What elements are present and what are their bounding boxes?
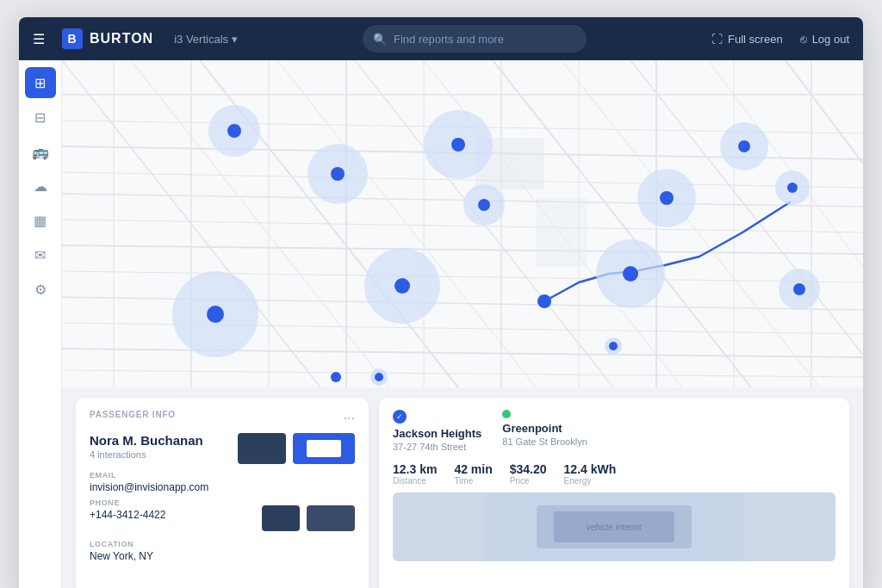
sidebar-item-analytics[interactable]: ⊟	[25, 102, 56, 133]
svg-point-39	[331, 167, 345, 181]
passenger-interactions: 4 interactions	[90, 449, 203, 460]
route-stats: 12.3 km Distance 42 min Time $34.20 Pric…	[393, 462, 835, 486]
logo: B BURTON	[62, 28, 153, 49]
map-icon: ▦	[34, 213, 47, 229]
passenger-card: PASSENGER INFO ··· Nora M. Buchanan 4 in…	[76, 398, 369, 588]
route-to: Greenpoint 81 Gate St Brooklyn	[502, 410, 587, 452]
energy-value: 12.4 kWh	[564, 462, 617, 476]
to-dot-icon	[502, 410, 511, 418]
svg-point-43	[478, 199, 490, 211]
to-dot-row	[502, 410, 587, 418]
email-label: EMAIL	[90, 471, 355, 480]
from-city: Jackson Heights	[393, 427, 481, 440]
time-label: Time	[454, 476, 492, 486]
analytics-icon: ⊟	[34, 109, 46, 126]
svg-point-62	[375, 373, 383, 381]
price-label: Price	[510, 476, 547, 486]
svg-point-47	[207, 306, 224, 323]
logout-label: Log out	[812, 33, 849, 46]
search-icon: 🔍	[373, 33, 387, 46]
phone-md-rect	[307, 505, 355, 531]
map-svg	[62, 60, 863, 387]
fullscreen-button[interactable]: ⛶ Full screen	[711, 33, 783, 46]
route-from: ✓ Jackson Heights 37-27 74th Street	[393, 410, 481, 452]
phone-visuals	[262, 505, 355, 531]
cloud-icon: ☁	[34, 178, 47, 195]
from-address: 37-27 74th Street	[393, 442, 481, 452]
search-box[interactable]: 🔍	[363, 25, 587, 53]
top-nav: ☰ B BURTON i3 Verticals ▾ 🔍 ⛶ Full scree…	[19, 17, 863, 60]
stat-price: $34.20 Price	[510, 462, 547, 486]
svg-point-37	[227, 124, 241, 138]
from-dot-row: ✓	[393, 410, 481, 424]
dashboard-icon: ⊞	[34, 75, 46, 91]
distance-label: Distance	[393, 476, 437, 486]
sidebar-item-cloud[interactable]: ☁	[25, 170, 56, 201]
distance-value: 12.3 km	[393, 462, 437, 476]
time-value: 42 min	[454, 462, 492, 476]
messages-icon: ✉	[34, 247, 46, 263]
bottom-info: PASSENGER INFO ··· Nora M. Buchanan 4 in…	[62, 387, 863, 588]
svg-text:vehicle interior: vehicle interior	[587, 523, 643, 532]
location-label: LOCATION	[90, 540, 355, 548]
stat-energy: 12.4 kWh Energy	[564, 462, 617, 486]
logout-icon: ⎋	[800, 33, 807, 46]
svg-point-58	[537, 294, 551, 308]
svg-point-51	[660, 191, 674, 205]
verticals-label: i3 Verticals	[174, 33, 228, 46]
card-inner-rect	[307, 440, 341, 457]
more-options-icon[interactable]: ···	[344, 411, 355, 426]
phone-dark-rect	[262, 505, 300, 531]
to-city: Greenpoint	[502, 422, 587, 435]
svg-point-53	[738, 140, 750, 152]
search-area: 🔍	[252, 25, 698, 53]
sidebar-item-settings[interactable]: ⚙	[25, 274, 56, 305]
phone-value: +144-3412-4422	[90, 509, 165, 521]
sidebar: ⊞ ⊟ 🚌 ☁ ▦ ✉ ⚙	[19, 60, 62, 588]
fullscreen-icon: ⛶	[711, 33, 723, 46]
transport-icon: 🚌	[32, 144, 49, 160]
card-dark-rect	[238, 433, 286, 464]
hamburger-icon[interactable]: ☰	[33, 31, 45, 47]
svg-rect-35	[536, 198, 587, 267]
price-value: $34.20	[510, 462, 547, 476]
stat-time: 42 min Time	[454, 462, 492, 486]
route-header: ✓ Jackson Heights 37-27 74th Street Gree…	[393, 410, 835, 452]
main-layout: ⊞ ⊟ 🚌 ☁ ▦ ✉ ⚙	[19, 60, 863, 588]
content-area: PASSENGER INFO ··· Nora M. Buchanan 4 in…	[62, 60, 863, 588]
svg-point-57	[793, 283, 805, 295]
email-row: EMAIL invision@invisionapp.com	[90, 471, 355, 493]
map-background	[62, 60, 863, 387]
svg-point-41	[451, 138, 465, 152]
passenger-name: Nora M. Buchanan	[90, 433, 203, 448]
svg-point-55	[787, 183, 798, 193]
route-thumbnail: vehicle interior	[393, 492, 835, 561]
location-row: LOCATION New York, NY	[90, 540, 355, 562]
search-input[interactable]	[394, 33, 566, 46]
phone-label: PHONE	[90, 498, 165, 507]
thumbnail-image: vehicle interior	[393, 492, 835, 561]
logout-button[interactable]: ⎋ Log out	[800, 33, 849, 46]
verticals-dropdown[interactable]: i3 Verticals ▾	[174, 33, 238, 46]
route-card: ✓ Jackson Heights 37-27 74th Street Gree…	[379, 398, 849, 588]
sidebar-item-map[interactable]: ▦	[25, 205, 56, 236]
logo-letter: B	[62, 28, 83, 49]
sidebar-item-messages[interactable]: ✉	[25, 239, 56, 270]
to-address: 81 Gate St Brooklyn	[502, 436, 587, 447]
location-value: New York, NY	[90, 550, 355, 562]
card-blue-rect	[293, 433, 355, 464]
svg-point-45	[394, 278, 410, 294]
from-check-icon: ✓	[393, 410, 407, 424]
map-container[interactable]	[62, 60, 863, 387]
brand-name: BURTON	[90, 31, 153, 46]
svg-point-60	[609, 342, 618, 350]
email-value: invision@invisionapp.com	[90, 481, 355, 493]
passenger-section-label: PASSENGER INFO	[90, 410, 176, 419]
svg-point-63	[331, 372, 341, 382]
sidebar-item-transport[interactable]: 🚌	[25, 136, 56, 167]
nav-actions: ⛶ Full screen ⎋ Log out	[711, 33, 849, 46]
sidebar-item-dashboard[interactable]: ⊞	[25, 67, 56, 98]
chevron-down-icon: ▾	[232, 33, 238, 46]
energy-label: Energy	[564, 476, 617, 486]
passenger-visuals	[238, 433, 355, 464]
